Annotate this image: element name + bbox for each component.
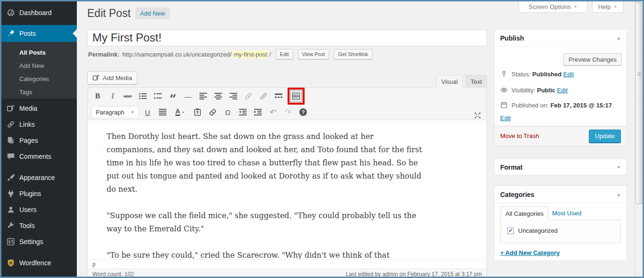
sidebar-item-pages[interactable]: Pages — [1, 132, 77, 148]
sidebar-item-comments[interactable]: Comments — [1, 148, 77, 164]
sidebar-item-appearance[interactable]: Appearance — [1, 170, 77, 186]
sidebar-item-label: Wordfence — [19, 259, 51, 267]
submenu-all-posts[interactable]: All Posts — [1, 46, 77, 59]
eraser-icon — [208, 107, 217, 117]
undo-icon: ↶ — [270, 107, 276, 117]
sidebar-item-label: Media — [19, 105, 37, 112]
remove-link-button[interactable] — [257, 90, 270, 102]
undo-button[interactable]: ↶ — [267, 106, 279, 118]
fullscreen-icon[interactable] — [473, 111, 482, 120]
align-left-button[interactable] — [197, 90, 209, 102]
editor-content-area[interactable]: Then Dorothy lost heart. She sat down on… — [88, 120, 487, 259]
blockquote-button[interactable]: “ — [167, 90, 179, 102]
underline-button[interactable]: U — [141, 106, 154, 118]
visibility-row: Visibility: Public Edit — [500, 86, 568, 94]
wrench-icon — [6, 221, 16, 230]
sidebar-item-media[interactable]: Media — [1, 100, 77, 116]
collapse-toggle-icon[interactable]: ▲ — [617, 192, 621, 197]
redo-button[interactable]: ↷ — [282, 106, 294, 118]
submenu-add-new[interactable]: Add New — [1, 59, 77, 72]
text-tab[interactable]: Text — [465, 75, 487, 88]
content-paragraph: "To be sure they could," cried the Scare… — [107, 249, 423, 259]
sidebar-item-tools[interactable]: Tools — [1, 218, 77, 234]
redo-icon: ↷ — [285, 107, 291, 117]
text-color-button[interactable]: A▼ — [172, 106, 189, 118]
submenu-categories[interactable]: Categories — [1, 72, 77, 85]
keyboard-shortcuts-button[interactable]: ? — [297, 106, 309, 118]
align-right-button[interactable] — [227, 90, 239, 102]
justify-button[interactable] — [157, 106, 169, 118]
screen-options-tab[interactable]: Screen Options ▼ — [519, 1, 587, 13]
italic-button[interactable]: I — [107, 90, 119, 102]
sidebar-item-plugins[interactable]: Plugins — [1, 186, 77, 202]
post-title-input[interactable] — [87, 29, 487, 46]
help-icon: ? — [299, 108, 307, 116]
visibility-label: Visibility: — [512, 87, 535, 94]
edit-status-link[interactable]: Edit — [563, 71, 574, 78]
publish-footer: Move to Trash Update — [495, 126, 627, 146]
add-media-button[interactable]: Add Media — [87, 71, 137, 84]
permalink-slug[interactable]: my-first-post — [232, 50, 268, 58]
strikethrough-button[interactable]: ABC — [122, 90, 134, 102]
align-center-button[interactable] — [212, 90, 224, 102]
edit-visibility-link[interactable]: Edit — [557, 87, 568, 94]
submenu-tags[interactable]: Tags — [1, 85, 77, 98]
toolbar-toggle-icon — [291, 91, 301, 101]
sidebar-item-collapse-menu[interactable]: Collapse menu — [1, 272, 77, 278]
status-row: Status: Published Edit — [500, 70, 574, 78]
add-new-button[interactable]: Add New — [135, 8, 170, 19]
format-title: Format — [500, 164, 522, 171]
more-tag-icon — [274, 91, 283, 101]
special-character-button[interactable]: Ω — [222, 106, 234, 118]
uncategorized-checkbox[interactable]: ✔ — [507, 228, 514, 234]
add-media-label: Add Media — [103, 74, 132, 82]
edit-published-date-link[interactable]: Edit — [500, 114, 511, 122]
eye-icon — [500, 86, 508, 94]
most-used-tab[interactable]: Most Used — [552, 210, 581, 217]
outdent-button[interactable] — [237, 106, 249, 118]
blockquote-icon: “ — [170, 91, 177, 101]
view-post-button[interactable]: View Post — [298, 49, 330, 59]
collapse-toggle-icon[interactable]: ▲ — [617, 36, 621, 41]
add-new-category-link[interactable]: + Add New Category — [500, 249, 560, 256]
clear-formatting-button[interactable] — [206, 106, 219, 118]
element-path[interactable]: p — [92, 261, 96, 268]
preview-changes-button[interactable]: Preview Changes — [563, 53, 622, 65]
categories-metabox-header[interactable]: Categories ▲ — [495, 186, 627, 203]
all-categories-tab[interactable]: All Categories — [500, 206, 549, 220]
sidebar-item-posts[interactable]: Posts — [1, 25, 77, 42]
collapse-toggle-icon[interactable]: ▼ — [617, 165, 621, 170]
active-menu-arrow — [68, 29, 77, 38]
publish-metabox-header[interactable]: Publish ▲ — [495, 30, 627, 47]
bold-icon: B — [95, 92, 100, 100]
numbered-list-button[interactable] — [152, 90, 164, 102]
get-shortlink-button[interactable]: Get Shortlink — [334, 49, 372, 59]
visual-tab[interactable]: Visual — [436, 75, 463, 88]
move-to-trash-link[interactable]: Move to Trash — [500, 132, 539, 139]
read-more-tag-button[interactable] — [272, 90, 285, 102]
categories-metabox: Categories ▲ All Categories Most Used ✔ … — [494, 186, 627, 261]
sidebar-item-wordfence[interactable]: Wordfence — [1, 255, 77, 271]
sidebar-item-users[interactable]: Users — [1, 202, 77, 218]
help-tab[interactable]: Help ▼ — [592, 1, 623, 13]
sidebar-item-label: Users — [19, 206, 37, 213]
permalink-edit-button[interactable]: Edit — [276, 49, 293, 59]
format-metabox-header[interactable]: Format ▼ — [495, 159, 627, 175]
horizontal-rule-button[interactable]: — — [182, 90, 194, 102]
editor-status-bar: Word count: 102 Last edited by admin on … — [88, 269, 487, 278]
sidebar-item-links[interactable]: Links — [1, 116, 77, 132]
sidebar-item-settings[interactable]: Settings — [1, 234, 77, 250]
scrollbar-thumb[interactable] — [636, 2, 642, 204]
bold-button[interactable]: B — [91, 90, 104, 102]
paragraph-style-select[interactable]: Paragraph ▼ — [91, 106, 139, 118]
sidebar-item-dashboard[interactable]: Dashboard — [1, 5, 77, 21]
update-button[interactable]: Update — [589, 130, 621, 143]
insert-link-button[interactable] — [242, 90, 255, 102]
indent-button[interactable] — [252, 106, 264, 118]
paste-as-text-button[interactable] — [191, 106, 204, 118]
sliders-icon — [6, 237, 16, 246]
sidebar-item-label: Tools — [19, 222, 35, 229]
vertical-scrollbar[interactable] — [635, 1, 643, 277]
bullet-list-button[interactable] — [137, 90, 149, 102]
toolbar-toggle-button[interactable] — [290, 90, 302, 102]
